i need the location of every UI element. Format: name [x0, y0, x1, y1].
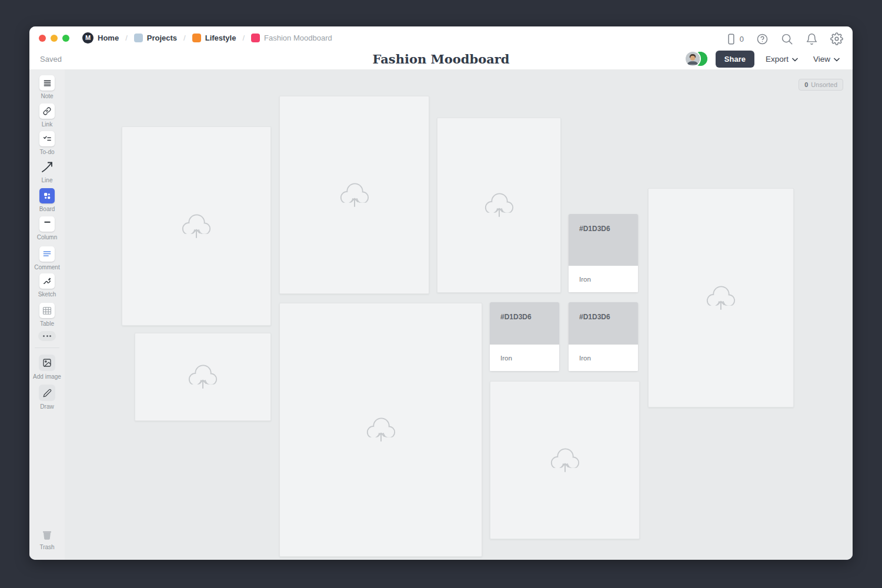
device-icon — [725, 33, 737, 45]
tool-trash[interactable]: Trash — [29, 527, 65, 550]
tool-label: Comment — [34, 264, 59, 270]
board-icon — [39, 188, 55, 203]
view-dropdown[interactable]: View — [813, 55, 840, 64]
image-upload-card[interactable] — [490, 381, 640, 539]
board-canvas[interactable]: 0 Unsorted #D1D3D6 Iron — [65, 69, 853, 560]
table-icon — [39, 303, 55, 318]
breadcrumb-separator: / — [183, 34, 186, 42]
breadcrumb-projects[interactable]: Projects — [134, 34, 177, 42]
line-arrow-icon — [39, 159, 55, 175]
breadcrumb-label: Home — [98, 34, 119, 42]
image-upload-card[interactable] — [135, 333, 271, 421]
tool-sidebar: Note Link To-do Line Board — [29, 69, 65, 560]
cloud-upload-icon — [549, 447, 582, 474]
tool-link[interactable]: Link — [29, 103, 65, 128]
board-color-icon — [192, 34, 201, 42]
swatch-hex: #D1D3D6 — [579, 313, 610, 321]
image-upload-card[interactable] — [122, 126, 271, 326]
tool-label: Sketch — [38, 291, 56, 298]
tool-label: Board — [39, 206, 55, 212]
tool-label: Note — [41, 93, 53, 99]
tool-sketch[interactable]: Sketch — [29, 273, 65, 298]
cloud-upload-icon — [338, 182, 371, 209]
unsorted-label: Unsorted — [811, 81, 837, 88]
breadcrumb-current[interactable]: Fashion Moodboard — [251, 34, 332, 42]
color-swatch-card[interactable]: #D1D3D6 Iron — [569, 214, 638, 292]
swatch-name: Iron — [569, 266, 638, 292]
tool-label: Trash — [39, 544, 54, 550]
swatch-color-area: #D1D3D6 — [490, 302, 559, 345]
pencil-icon — [39, 385, 55, 401]
tool-label: Column — [37, 234, 57, 240]
device-sync-button[interactable]: 0 — [725, 33, 744, 45]
app-window: M Home / Projects / Lifestyle / Fashion … — [29, 26, 853, 560]
color-swatch-card[interactable]: #D1D3D6 Iron — [490, 302, 559, 371]
swatch-hex: #D1D3D6 — [500, 313, 532, 321]
comment-icon — [39, 246, 55, 262]
save-status: Saved — [40, 55, 62, 64]
image-upload-card[interactable] — [437, 118, 561, 293]
search-icon[interactable] — [781, 33, 793, 45]
breadcrumb-label: Lifestyle — [205, 34, 236, 42]
tool-todo[interactable]: To-do — [29, 131, 65, 155]
image-upload-card[interactable] — [279, 303, 482, 557]
breadcrumb-separator: / — [242, 34, 245, 42]
swatch-name: Iron — [569, 345, 638, 371]
board-color-icon — [251, 34, 260, 42]
tool-board[interactable]: Board — [29, 188, 65, 212]
unsorted-count: 0 — [804, 81, 808, 88]
color-swatch-card[interactable]: #D1D3D6 Iron — [569, 302, 638, 371]
tool-label: To-do — [39, 149, 54, 155]
collaborator-avatars[interactable] — [684, 51, 709, 66]
board-color-icon — [134, 34, 143, 42]
tool-label: Add image — [33, 373, 61, 380]
breadcrumb-label: Fashion Moodboard — [264, 34, 332, 42]
image-upload-card[interactable] — [648, 188, 794, 407]
unsorted-badge[interactable]: 0 Unsorted — [799, 79, 843, 91]
breadcrumb-separator: / — [125, 34, 128, 42]
chevron-down-icon — [792, 58, 798, 62]
help-icon[interactable] — [756, 33, 769, 45]
notifications-icon[interactable] — [806, 33, 818, 45]
close-window-button[interactable] — [39, 35, 46, 42]
tool-line[interactable]: Line — [29, 159, 65, 183]
breadcrumb-home[interactable]: M Home — [82, 32, 119, 44]
tool-label: Link — [42, 121, 52, 128]
milanote-logo-icon: M — [82, 32, 93, 44]
tool-column[interactable]: Column — [29, 216, 65, 240]
more-dots-icon — [38, 331, 56, 341]
cloud-upload-icon — [704, 285, 737, 312]
tool-draw[interactable]: Draw — [29, 385, 65, 410]
breadcrumb-label: Projects — [147, 34, 177, 42]
tool-label: Table — [40, 320, 54, 327]
breadcrumb-lifestyle[interactable]: Lifestyle — [192, 34, 236, 42]
tool-add-image[interactable]: Add image — [29, 355, 65, 380]
export-label: Export — [766, 55, 789, 64]
export-dropdown[interactable]: Export — [766, 55, 798, 64]
breadcrumb: M Home / Projects / Lifestyle / Fashion … — [82, 32, 332, 44]
trash-icon — [39, 527, 55, 542]
cloud-upload-icon — [186, 363, 219, 390]
image-upload-card[interactable] — [279, 96, 429, 294]
settings-icon[interactable] — [830, 32, 843, 45]
tool-label: Line — [42, 177, 53, 183]
tool-label: Draw — [40, 403, 54, 410]
cloud-upload-icon — [180, 213, 213, 240]
tool-table[interactable]: Table — [29, 303, 65, 327]
column-icon — [39, 216, 55, 232]
tool-note[interactable]: Note — [29, 75, 65, 99]
swatch-name: Iron — [490, 345, 559, 371]
swatch-color-area: #D1D3D6 — [569, 302, 638, 345]
swatch-hex: #D1D3D6 — [579, 225, 610, 233]
zoom-window-button[interactable] — [62, 35, 69, 42]
user-avatar — [684, 51, 701, 67]
minimize-window-button[interactable] — [51, 35, 58, 42]
swatch-color-area: #D1D3D6 — [569, 214, 638, 266]
view-label: View — [813, 55, 830, 64]
share-button[interactable]: Share — [716, 51, 754, 68]
tool-comment[interactable]: Comment — [29, 246, 65, 270]
sketch-icon — [39, 273, 55, 289]
todo-icon — [39, 131, 55, 146]
tool-more[interactable] — [29, 331, 65, 341]
image-icon — [39, 355, 55, 371]
